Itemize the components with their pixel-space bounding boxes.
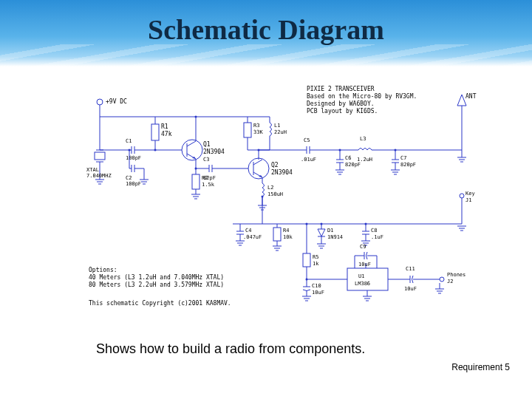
u1-val: LM386	[355, 281, 370, 287]
l2-val: 150uH	[267, 191, 283, 197]
ant-label: ANT	[466, 93, 477, 100]
l1-ref: L1	[274, 123, 280, 129]
svg-rect-51	[244, 123, 251, 137]
c5-val: .01uF	[301, 157, 316, 163]
header-line3: Designed by WA6BOY.	[307, 100, 375, 107]
c4-ref: C4	[245, 228, 251, 233]
q1-val: 2N3904	[203, 149, 225, 155]
l2-ref: L2	[267, 185, 273, 191]
j2-ref: Phones	[447, 272, 466, 278]
j1-val: J1	[466, 197, 471, 203]
j2-val: J2	[447, 279, 453, 284]
svg-point-29	[182, 140, 202, 160]
c10-val: 10uF	[312, 290, 324, 296]
r2-ref: R2	[202, 175, 208, 181]
r5-ref: R5	[313, 254, 318, 260]
c9-ref: C9	[360, 244, 366, 250]
q2-ref: Q2	[271, 162, 279, 168]
caption-text: Shows how to build a radio from componen…	[96, 341, 365, 357]
svg-point-164	[440, 277, 444, 282]
power-label: +9V DC	[106, 98, 127, 105]
xtal-ref: XTAL	[86, 167, 99, 173]
c1-ref: C1	[126, 138, 132, 144]
c2-val: 100pF	[126, 181, 141, 187]
svg-rect-109	[273, 228, 281, 241]
u1-ref: U1	[358, 273, 364, 279]
r1-val: 47k	[161, 131, 172, 137]
c2-ref: C2	[126, 175, 132, 181]
slide-title: Schematic Diagram	[0, 13, 532, 46]
r1-ref: R1	[161, 123, 168, 130]
q2-val: 2N3904	[271, 169, 293, 176]
q1-ref: Q1	[203, 141, 211, 148]
r2-val: 1.5k	[202, 182, 215, 188]
c5-ref: C5	[304, 137, 310, 143]
c7-ref: C7	[400, 155, 406, 161]
svg-point-35	[154, 149, 157, 151]
header-line2: Based on the Micro-80 by RV3GM.	[307, 93, 417, 100]
l1-val: 22uH	[274, 129, 287, 135]
r3-val: 33K	[253, 129, 263, 135]
l3-val: 1.2uH	[357, 157, 372, 163]
c8-ref: C8	[371, 228, 377, 233]
options-head: Options:	[89, 267, 117, 273]
svg-point-37	[195, 116, 197, 118]
c11-ref: C11	[406, 266, 415, 272]
r4-ref: R4	[283, 228, 289, 233]
svg-point-0	[97, 99, 103, 105]
c9-val: 10uF	[358, 262, 371, 267]
svg-line-60	[253, 160, 262, 165]
c11-val: 10uF	[404, 286, 417, 292]
c10-ref: C10	[312, 283, 321, 289]
c6-val: 820pF	[345, 162, 361, 168]
requirement-label: Requirement 5	[451, 362, 510, 372]
copyright: This schematic Copyright (c)2001 KA8MAV.	[89, 300, 231, 307]
svg-rect-4	[151, 124, 159, 140]
l3-ref: L3	[360, 136, 366, 142]
d1-val: 1N914	[327, 234, 343, 240]
j1-ref: Key	[466, 191, 475, 197]
svg-rect-45	[192, 174, 200, 189]
r5-val: 1k	[313, 261, 319, 267]
c6-ref: C6	[345, 155, 351, 161]
svg-rect-138	[303, 253, 310, 267]
svg-point-132	[460, 194, 464, 198]
svg-point-58	[248, 158, 269, 179]
svg-rect-8	[95, 152, 105, 160]
svg-line-31	[187, 141, 196, 146]
options-l1: 40 Meters (L3 1.2uH and 7.040MHz XTAL)	[89, 274, 224, 281]
header-line4: PCB layout by KI6DS.	[307, 108, 378, 115]
header-line1: PIXIE 2 TRANSCEIVER	[307, 86, 375, 92]
c1-val: 100pF	[126, 155, 141, 161]
xtal-val: 7.040MHZ	[86, 173, 112, 179]
c7-val: 820pF	[400, 162, 416, 168]
c3-ref: C3	[203, 157, 209, 163]
c8-val: .1uF	[371, 234, 383, 240]
d1-ref: D1	[327, 228, 333, 233]
svg-marker-116	[318, 229, 325, 236]
options-l2: 80 Meters (L3 2.2uH and 3.579MHz XTAL)	[89, 282, 224, 288]
schematic-diagram: PIXIE 2 TRANSCEIVER Based on the Micro-8…	[85, 80, 480, 331]
c4-val: .047uF	[243, 234, 262, 240]
r3-ref: R3	[253, 123, 259, 129]
svg-rect-148	[347, 268, 388, 290]
r4-val: 10k	[283, 234, 293, 240]
